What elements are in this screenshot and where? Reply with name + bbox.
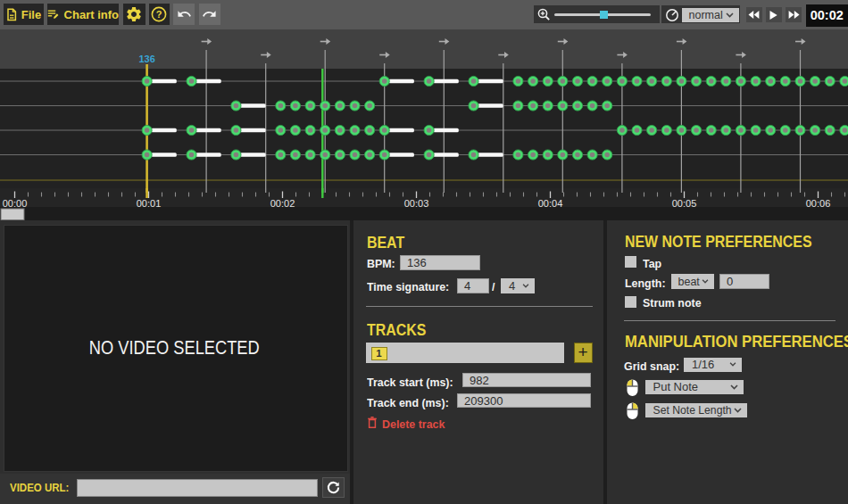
svg-text:00:02: 00:02 bbox=[270, 198, 295, 209]
svg-text:136: 136 bbox=[138, 54, 154, 64]
svg-text:00:03: 00:03 bbox=[404, 198, 429, 209]
svg-text:00:06: 00:06 bbox=[806, 198, 831, 209]
svg-text:00:00: 00:00 bbox=[3, 198, 28, 209]
svg-text:00:01: 00:01 bbox=[137, 198, 162, 209]
svg-text:00:05: 00:05 bbox=[672, 198, 697, 209]
svg-text:?: ? bbox=[156, 9, 162, 20]
svg-text:00:04: 00:04 bbox=[538, 198, 563, 209]
